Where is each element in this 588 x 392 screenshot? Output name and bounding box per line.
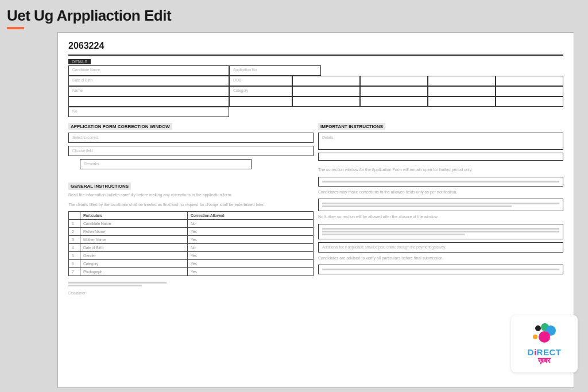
notes-para-2: The details filled by the candidate shal… — [68, 202, 314, 208]
notes-para-1: Read the information bulletin carefully … — [68, 192, 314, 199]
page-title-bar: Uet Ug Arppliaction Edit — [7, 7, 171, 29]
section-label-details: DETAILS — [68, 59, 91, 64]
cell-empty-5 — [292, 86, 360, 96]
cell-name-label: Name — [68, 86, 229, 96]
page-title: Uet Ug Arppliaction Edit — [7, 7, 171, 25]
cell-empty-3 — [428, 76, 496, 86]
left-heading: APPLICATION FORM CORRECTION WINDOW — [68, 123, 172, 130]
instruction-line-5: Candidates are advised to verify all par… — [318, 255, 563, 262]
correction-table: Particulars Correction Allowed 1Candidat… — [68, 211, 314, 276]
th-particulars: Particulars — [80, 212, 188, 220]
cell-no-label: No — [68, 107, 229, 117]
watermark-logo: DiRECT ख़बर — [511, 315, 578, 372]
table-row: 7PhotographYes — [69, 268, 314, 276]
notes-heading: GENERAL INSTRUCTIONS — [68, 183, 131, 190]
cell-dob-value: DOB — [229, 76, 292, 86]
cell-category-label: Category — [229, 86, 292, 96]
cell-empty-8 — [496, 86, 563, 96]
right-box-5: Additional fee if applicable shall be pa… — [318, 242, 563, 253]
table-header-row: Particulars Correction Allowed — [69, 212, 314, 220]
th-allowed: Correction Allowed — [187, 212, 313, 220]
table-row: 3Mother NameYes — [69, 236, 314, 244]
left-box-3: Remarks — [80, 159, 252, 169]
cell-dob-label: Date of Birth — [68, 76, 229, 86]
cell-empty-1 — [292, 76, 360, 86]
cell-empty-9 — [229, 96, 292, 107]
two-column-section: APPLICATION FORM CORRECTION WINDOW Selec… — [68, 123, 563, 295]
right-column: IMPORTANT INSTRUCTIONS Details The corre… — [318, 123, 563, 295]
table-row: 2Father NameYes — [69, 228, 314, 236]
title-underline — [7, 27, 24, 29]
divider — [68, 55, 563, 56]
left-box-1: Select to correct — [68, 133, 314, 143]
left-column: APPLICATION FORM CORRECTION WINDOW Selec… — [68, 123, 314, 295]
footer-note: Disclaimer — [68, 291, 314, 295]
cell-application-no-label: Application No — [229, 65, 321, 76]
cell-empty-13 — [496, 96, 563, 107]
table-row: 6CategoryYes — [69, 260, 314, 268]
instruction-line-2: Candidates may make corrections in the a… — [318, 189, 563, 196]
table-row: 5GenderYes — [69, 252, 314, 260]
table-row: 4Date of BirthNo — [69, 244, 314, 252]
left-box-2: Choose field — [68, 146, 314, 156]
cell-empty-row — [68, 96, 229, 107]
footer-line-1 — [68, 282, 167, 284]
cell-empty-7 — [428, 86, 496, 96]
right-heading: IMPORTANT INSTRUCTIONS — [318, 123, 385, 130]
logo-dots-icon — [533, 323, 556, 346]
form-year: 2063224 — [68, 41, 563, 51]
cell-empty-4 — [496, 76, 563, 86]
right-box-4 — [318, 224, 563, 239]
right-box-3 — [318, 199, 563, 211]
details-grid: Candidate Name Application No Date of Bi… — [68, 65, 563, 117]
th-index — [69, 212, 80, 220]
logo-text-line2: ख़बर — [538, 356, 551, 365]
cell-empty-12 — [428, 96, 496, 107]
right-box-1: Details — [318, 133, 563, 150]
instruction-line-3: No further correction will be allowed af… — [318, 214, 563, 220]
right-box-empty — [318, 153, 563, 161]
right-box-2 — [318, 177, 563, 187]
cell-empty-6 — [360, 86, 428, 96]
cell-empty-10 — [292, 96, 360, 107]
application-form-document: 2063224 DETAILS Candidate Name Applicati… — [57, 32, 574, 388]
cell-empty-2 — [360, 76, 428, 86]
cell-candidate-name-label: Candidate Name — [68, 65, 229, 76]
instruction-line-1: The correction window for the Applicatio… — [318, 167, 563, 173]
table-row: 1Candidate NameNo — [69, 220, 314, 228]
footer-line-2 — [68, 285, 142, 286]
cell-empty-11 — [360, 96, 428, 107]
right-box-6 — [318, 265, 563, 274]
